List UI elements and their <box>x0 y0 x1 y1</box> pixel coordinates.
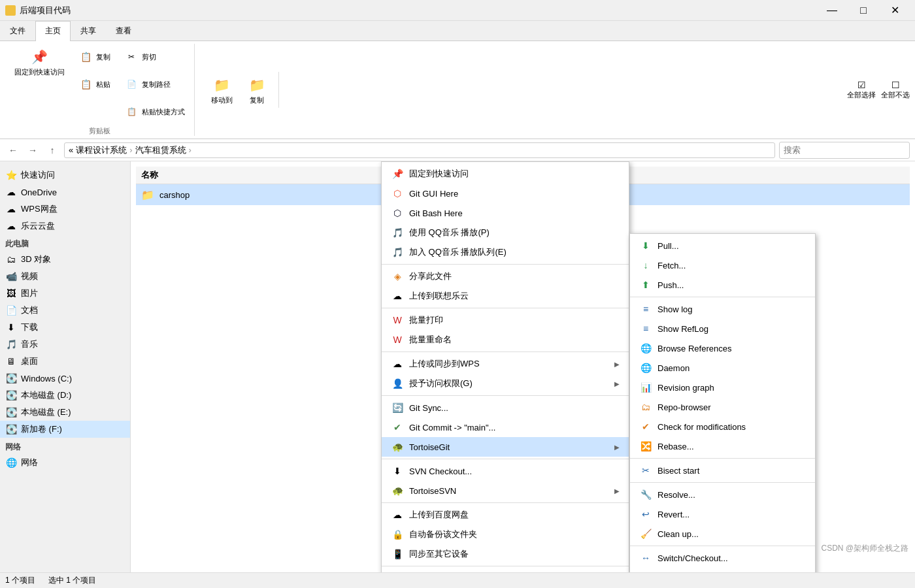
address-path[interactable]: « 课程设计系统 › 汽车租赁系统 › <box>64 142 775 158</box>
cut-button[interactable]: ✂ 剪切 <box>117 44 189 70</box>
menu-upload-leyun-label: 上传到联想乐云 <box>409 290 620 302</box>
menu-baidu-upload[interactable]: ☁ 上传到百度网盘 <box>382 505 629 525</box>
tab-home[interactable]: 主页 <box>35 21 71 41</box>
menu-git-gui[interactable]: ⬡ Git GUI Here <box>382 184 629 203</box>
sidebar-item-documents[interactable]: 📄 文档 <box>0 302 130 319</box>
minimize-button[interactable]: — <box>817 0 847 21</box>
menu-qq-music-queue[interactable]: 🎵 加入 QQ音乐 播放队列(E) <box>382 242 629 262</box>
pin-icon: 📌 <box>29 46 50 67</box>
sidebar-item-quickaccess[interactable]: ⭐ 快速访问 <box>0 167 130 184</box>
menu-tortoisegit[interactable]: 🐢 TortoiseGit ▶ <box>382 437 629 457</box>
context-menu-left: 📌 固定到快速访问 ⬡ Git GUI Here ⬡ Git Bash Here… <box>381 161 629 572</box>
sub-daemon[interactable]: 🌐 Daemon <box>630 358 815 378</box>
sidebar-item-e[interactable]: 💽 本地磁盘 (E:) <box>0 404 130 421</box>
menu-qq-music-play[interactable]: 🎵 使用 QQ音乐 播放(P) <box>382 223 629 242</box>
sidebar-item-videos[interactable]: 📹 视频 <box>0 268 130 285</box>
tab-file[interactable]: 文件 <box>0 21 35 41</box>
organize-buttons: 📁 移动到 📁 复制 <box>205 72 273 108</box>
sub-resolve[interactable]: 🔧 Resolve... <box>630 485 815 504</box>
menu-share[interactable]: ◈ 分享此文件 <box>382 267 629 286</box>
menu-git-bash[interactable]: ⬡ Git Bash Here <box>382 203 629 223</box>
paste-button[interactable]: 📋 粘贴 <box>71 71 114 97</box>
tab-share[interactable]: 共享 <box>71 21 106 41</box>
tab-view[interactable]: 查看 <box>106 21 141 41</box>
sub-pull-label: Pull... <box>657 241 806 251</box>
sidebar-videos-label: 视频 <box>21 270 38 282</box>
sidebar-pictures-label: 图片 <box>21 287 38 299</box>
copy-button[interactable]: 📋 复制 <box>71 44 114 70</box>
select-none-icon: ☐ <box>891 80 900 90</box>
sidebar-item-c[interactable]: 💽 Windows (C:) <box>0 370 130 387</box>
videos-icon: 📹 <box>5 270 17 282</box>
copy-path-button[interactable]: 📄 复制路径 <box>117 71 189 97</box>
menu-batch-rename[interactable]: W 批量重命名 <box>382 330 629 350</box>
paste-shortcut-icon: 📋 <box>121 101 142 122</box>
status-bar: 1 个项目 选中 1 个项目 <box>0 572 915 588</box>
sidebar-item-onedrive[interactable]: ☁ OneDrive <box>0 184 130 201</box>
menu-wps-upload[interactable]: ☁ 上传或同步到WPS ▶ <box>382 354 629 374</box>
sidebar-item-pictures[interactable]: 🖼 图片 <box>0 285 130 302</box>
sub-merge[interactable]: ⑂ Merge... <box>630 568 815 572</box>
sidebar-item-d[interactable]: 💽 本地磁盘 (D:) <box>0 387 130 404</box>
sub-push-label: Push... <box>657 280 806 290</box>
select-all-button[interactable]: ☑ 全部选择 <box>847 80 876 100</box>
maximize-button[interactable]: □ <box>848 0 878 21</box>
disk-e-icon: 💽 <box>5 406 17 418</box>
sub-browse-refs[interactable]: 🌐 Browse References <box>630 338 815 358</box>
sidebar-item-leyun[interactable]: ☁ 乐云云盘 <box>0 218 130 235</box>
sidebar-thispc-header[interactable]: 此电脑 <box>0 235 130 251</box>
sub-push[interactable]: ⬆ Push... <box>630 275 815 295</box>
paste-shortcut-button[interactable]: 📋 粘贴快捷方式 <box>117 99 189 125</box>
back-button[interactable]: ← <box>5 142 21 158</box>
up-button[interactable]: ↑ <box>44 142 60 158</box>
pin-quick-access-button[interactable]: 📌 固定到快速访问 <box>10 44 69 125</box>
menu-grant-access[interactable]: 👤 授予访问权限(G) ▶ <box>382 374 629 393</box>
copy-to-button[interactable]: 📁 复制 <box>241 72 273 108</box>
sub-rebase[interactable]: 🔀 Rebase... <box>630 436 815 456</box>
sub-showreflog[interactable]: ≡ Show RefLog <box>630 319 815 338</box>
menu-git-commit[interactable]: ✔ Git Commit -> "main"... <box>382 417 629 437</box>
forward-button[interactable]: → <box>25 142 41 158</box>
sidebar-item-downloads[interactable]: ⬇ 下载 <box>0 319 130 336</box>
close-button[interactable]: ✕ <box>880 0 910 21</box>
sub-revert[interactable]: ↩ Revert... <box>630 504 815 524</box>
sub-switch-label: Switch/Checkout... <box>657 553 806 563</box>
sub-cleanup[interactable]: 🧹 Clean up... <box>630 524 815 544</box>
sidebar-f-label: 新加卷 (F:) <box>21 423 62 435</box>
sidebar-network-header[interactable]: 网络 <box>0 438 130 454</box>
menu-pin-quick[interactable]: 📌 固定到快速访问 <box>382 164 629 184</box>
sidebar-item-f[interactable]: 💽 新加卷 (F:) <box>0 421 130 438</box>
sub-fetch[interactable]: ↓ Fetch... <box>630 255 815 275</box>
sub-showlog-label: Show log <box>657 304 806 314</box>
sidebar-item-3dobjects[interactable]: 🗂 3D 对象 <box>0 251 130 268</box>
batch-print-icon: W <box>391 314 404 327</box>
menu-git-sync[interactable]: 🔄 Git Sync... <box>382 398 629 417</box>
menu-auto-backup[interactable]: 🔒 自动备份该文件夹 <box>382 525 629 544</box>
sub-pull[interactable]: ⬇ Pull... <box>630 236 815 255</box>
sidebar-item-desktop[interactable]: 🖥 桌面 <box>0 353 130 370</box>
menu-upload-leyun[interactable]: ☁ 上传到联想乐云 <box>382 286 629 306</box>
menu-tortoisesvn[interactable]: 🐢 TortoiseSVN ▶ <box>382 481 629 500</box>
daemon-icon: 🌐 <box>639 361 652 374</box>
sub-revision-graph[interactable]: 📊 Revision graph <box>630 378 815 397</box>
sidebar: ⭐ 快速访问 ☁ OneDrive ☁ WPS网盘 ☁ 乐云云盘 此电脑 🗂 3… <box>0 161 131 572</box>
sub-bisect[interactable]: ✂ Bisect start <box>630 461 815 480</box>
sidebar-item-network[interactable]: 🌐 网络 <box>0 454 130 471</box>
sub-check-modifications[interactable]: ✔ Check for modifications <box>630 417 815 436</box>
menu-sync-devices[interactable]: 📱 同步至其它设备 <box>382 544 629 564</box>
wps-icon: ☁ <box>5 203 17 215</box>
select-none-button[interactable]: ☐ 全部不选 <box>881 80 910 100</box>
menu-restore[interactable]: 还原以前的版本(V) <box>382 568 629 572</box>
sidebar-item-music[interactable]: 🎵 音乐 <box>0 336 130 353</box>
menu-batch-print[interactable]: W 批量打印 <box>382 310 629 330</box>
bisect-icon: ✂ <box>639 464 652 477</box>
menu-tortoisesvn-label: TortoiseSVN <box>409 486 609 496</box>
sidebar-item-wps[interactable]: ☁ WPS网盘 <box>0 201 130 218</box>
menu-svn-checkout[interactable]: ⬇ SVN Checkout... <box>382 461 629 481</box>
sub-switch[interactable]: ↔ Switch/Checkout... <box>630 548 815 568</box>
move-to-button[interactable]: 📁 移动到 <box>205 72 238 108</box>
sub-repo-browser[interactable]: 🗂 Repo-browser <box>630 397 815 417</box>
menu-backup-label: 自动备份该文件夹 <box>409 529 620 540</box>
sub-showlog[interactable]: ≡ Show log <box>630 299 815 319</box>
search-input[interactable] <box>779 142 910 159</box>
